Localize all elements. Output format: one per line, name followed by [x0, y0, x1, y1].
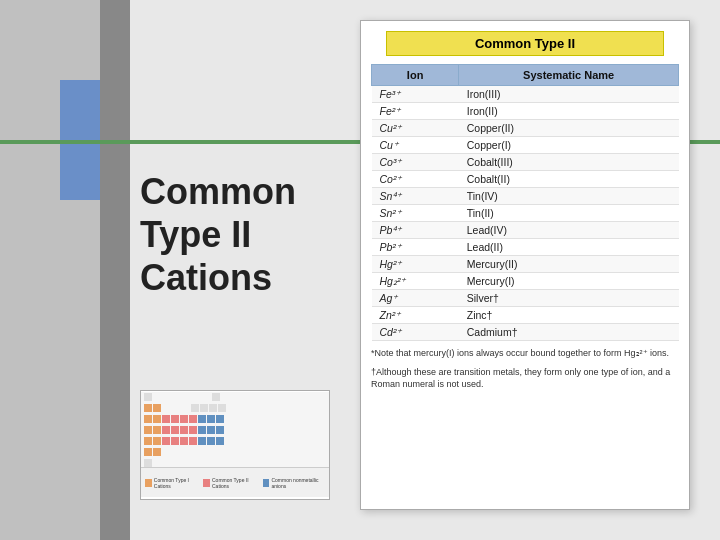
cell-ion: Fe³⁺ — [372, 86, 459, 103]
table-row: Sn⁴⁺Tin(IV) — [372, 188, 679, 205]
cell-systematic-name: Copper(II) — [459, 120, 679, 137]
legend-item-3: Common nonmetallic anions — [263, 477, 325, 489]
table-row: Fe²⁺Iron(II) — [372, 103, 679, 120]
cell-ion: Fe²⁺ — [372, 103, 459, 120]
left-heading: Common Type II Cations — [140, 170, 330, 300]
cell-ion: Sn⁴⁺ — [372, 188, 459, 205]
footnote-1: *Note that mercury(I) ions always occur … — [371, 347, 679, 360]
col-name-header: Systematic Name — [459, 65, 679, 86]
periodic-table-image: Common Type I Cations Common Type II Cat… — [140, 390, 330, 500]
cell-ion: Zn²⁺ — [372, 307, 459, 324]
table-row: Co²⁺Cobalt(II) — [372, 171, 679, 188]
cell-systematic-name: Cobalt(III) — [459, 154, 679, 171]
cell-systematic-name: Silver† — [459, 290, 679, 307]
cell-ion: Co³⁺ — [372, 154, 459, 171]
heading-line3: Cations — [140, 257, 272, 298]
table-row: Hg₂²⁺Mercury(I) — [372, 273, 679, 290]
legend-item-2: Common Type II Cations — [203, 477, 258, 489]
cell-ion: Cu²⁺ — [372, 120, 459, 137]
cell-ion: Co²⁺ — [372, 171, 459, 188]
cell-ion: Ag⁺ — [372, 290, 459, 307]
cell-ion: Cd²⁺ — [372, 324, 459, 341]
table-row: Pb²⁺Lead(II) — [372, 239, 679, 256]
cell-systematic-name: Tin(II) — [459, 205, 679, 222]
cations-table: Ion Systematic Name Fe³⁺Iron(III)Fe²⁺Iro… — [371, 64, 679, 341]
table-row: Cu⁺Copper(I) — [372, 137, 679, 154]
table-row: Co³⁺Cobalt(III) — [372, 154, 679, 171]
cell-ion: Cu⁺ — [372, 137, 459, 154]
table-row: Zn²⁺Zinc† — [372, 307, 679, 324]
cell-systematic-name: Lead(II) — [459, 239, 679, 256]
heading-line1: Common — [140, 171, 296, 212]
cell-systematic-name: Iron(II) — [459, 103, 679, 120]
legend-item-1: Common Type I Cations — [145, 477, 199, 489]
cell-ion: Hg₂²⁺ — [372, 273, 459, 290]
cell-systematic-name: Iron(III) — [459, 86, 679, 103]
periodic-legend: Common Type I Cations Common Type II Cat… — [141, 467, 329, 497]
cell-systematic-name: Cadmium† — [459, 324, 679, 341]
cell-systematic-name: Mercury(I) — [459, 273, 679, 290]
table-row: Fe³⁺Iron(III) — [372, 86, 679, 103]
table-row: Hg²⁺Mercury(II) — [372, 256, 679, 273]
dark-panel — [100, 0, 130, 540]
table-row: Sn²⁺Tin(II) — [372, 205, 679, 222]
footnote-2: †Although these are transition metals, t… — [371, 366, 679, 391]
cell-ion: Sn²⁺ — [372, 205, 459, 222]
card-title: Common Type II — [386, 31, 665, 56]
cell-systematic-name: Mercury(II) — [459, 256, 679, 273]
cell-systematic-name: Cobalt(II) — [459, 171, 679, 188]
type2-cations-card: Common Type II Ion Systematic Name Fe³⁺I… — [360, 20, 690, 510]
table-row: Cu²⁺Copper(II) — [372, 120, 679, 137]
table-row: Pb⁴⁺Lead(IV) — [372, 222, 679, 239]
table-row: Cd²⁺Cadmium† — [372, 324, 679, 341]
col-ion-header: Ion — [372, 65, 459, 86]
cell-ion: Pb⁴⁺ — [372, 222, 459, 239]
cell-systematic-name: Copper(I) — [459, 137, 679, 154]
cell-systematic-name: Lead(IV) — [459, 222, 679, 239]
cell-ion: Hg²⁺ — [372, 256, 459, 273]
cell-systematic-name: Tin(IV) — [459, 188, 679, 205]
cell-ion: Pb²⁺ — [372, 239, 459, 256]
heading-line2: Type II — [140, 214, 251, 255]
cell-systematic-name: Zinc† — [459, 307, 679, 324]
table-row: Ag⁺Silver† — [372, 290, 679, 307]
